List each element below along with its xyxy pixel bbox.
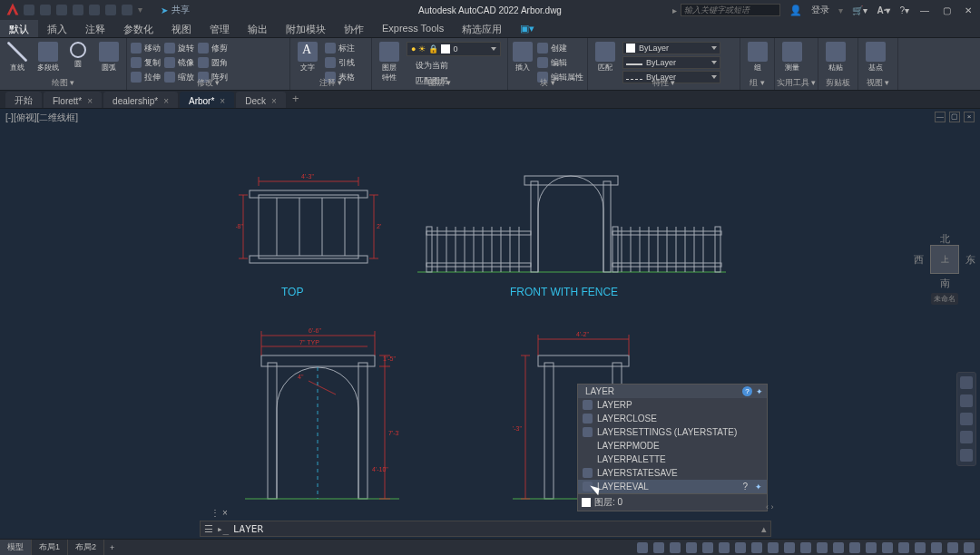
search-input[interactable] xyxy=(681,4,780,16)
viewcube-north[interactable]: 北 xyxy=(940,232,950,246)
help-badge-icon[interactable]: ? xyxy=(742,482,748,492)
line-button[interactable]: 直线 xyxy=(4,40,31,73)
showmotion-icon[interactable] xyxy=(960,449,973,462)
newfile-tab-button[interactable]: + xyxy=(288,92,304,108)
tab-view[interactable]: 视图 xyxy=(162,20,201,37)
tab-manage[interactable]: 管理 xyxy=(201,20,239,37)
status-modelspace-icon[interactable] xyxy=(637,542,648,553)
tab-annotate[interactable]: 注释 xyxy=(76,20,114,37)
status-cleanscreen-icon[interactable] xyxy=(947,542,958,553)
vp-close-icon[interactable]: × xyxy=(964,112,975,122)
color-selector[interactable]: ByLayer xyxy=(622,42,720,54)
vp-max-icon[interactable]: ▢ xyxy=(949,112,960,122)
panel-group-title[interactable]: 组 ▾ xyxy=(740,77,774,89)
tab-addins[interactable]: 附加模块 xyxy=(277,20,335,37)
panel-view-title[interactable]: 视图 ▾ xyxy=(858,77,897,89)
orbit-icon[interactable] xyxy=(960,431,973,443)
arc-button[interactable]: 圆弧 xyxy=(95,40,122,73)
cmd-suggestion-layerclose[interactable]: LAYERCLOSE xyxy=(578,412,767,425)
panel-draw-title[interactable]: 绘图 ▾ xyxy=(0,77,126,89)
move-button[interactable]: 移动 xyxy=(131,42,161,54)
tab-collab[interactable]: 协作 xyxy=(335,20,373,37)
mirror-button[interactable]: 镜像 xyxy=(164,56,194,69)
status-ortho-icon[interactable] xyxy=(686,542,697,553)
status-grid-icon[interactable] xyxy=(653,542,664,553)
cmdline-collapse-icon[interactable]: ⋮ xyxy=(211,508,220,518)
measure-button[interactable]: 测量 xyxy=(779,40,806,73)
qat-plot-icon[interactable] xyxy=(89,5,100,15)
close-icon[interactable]: × xyxy=(163,96,169,106)
zoom-extents-icon[interactable] xyxy=(960,413,973,425)
dimension-button[interactable]: 标注 xyxy=(325,42,355,54)
viewcube-east[interactable]: 东 xyxy=(965,253,975,267)
qat-redo-icon[interactable] xyxy=(122,5,132,15)
panel-clip-title[interactable]: 剪贴板 xyxy=(818,77,858,89)
tab-default[interactable]: 默认 xyxy=(0,20,38,37)
cmd-suggestion-layerpmode[interactable]: LAYERPMODE xyxy=(578,439,767,453)
panel-util-title[interactable]: 实用工具 ▾ xyxy=(775,77,818,89)
status-units-icon[interactable] xyxy=(866,542,877,553)
cmd-suggestion-layerp[interactable]: LAYERP xyxy=(578,398,767,412)
close-icon[interactable]: × xyxy=(220,96,225,106)
status-lwt-icon[interactable] xyxy=(768,542,779,553)
group-button[interactable]: 组 xyxy=(744,40,771,73)
status-transparency-icon[interactable] xyxy=(784,542,795,553)
filetab-start[interactable]: 开始 xyxy=(5,92,42,108)
command-input[interactable] xyxy=(233,523,761,535)
popup-scroll-indicator[interactable]: ‹ › xyxy=(766,502,774,511)
status-lockui-icon[interactable] xyxy=(898,542,909,553)
filetab-dealership[interactable]: dealership*× xyxy=(103,92,178,108)
panel-layers-title[interactable]: 图层 ▾ xyxy=(372,77,507,89)
recent-commands-icon[interactable]: ☰ xyxy=(204,523,217,535)
fillet-button[interactable]: 圆角 xyxy=(198,56,228,69)
filetab-florett[interactable]: Florett*× xyxy=(44,92,102,108)
status-isolate-icon[interactable] xyxy=(915,542,926,553)
qat-undo-icon[interactable] xyxy=(105,5,116,15)
drawing-canvas[interactable]: [-][俯视][二维线框] — ▢ × TOP FRONT WITH FENCE… xyxy=(0,109,980,539)
status-cycling-icon[interactable] xyxy=(800,542,811,553)
cmd-suggestion-layersettings[interactable]: LAYERSETTINGS (LAYERSTATE) xyxy=(578,425,767,439)
viewport-label[interactable]: [-][俯视][二维线框] xyxy=(5,112,78,124)
autodesk-app-icon[interactable]: A·▾ xyxy=(877,5,890,15)
cmdline-caret-icon[interactable]: ▴ xyxy=(761,523,767,535)
cmd-expand-icon[interactable]: ✦ xyxy=(756,387,763,396)
close-button[interactable]: ✕ xyxy=(962,5,975,15)
tab-parametric[interactable]: 参数化 xyxy=(114,20,162,37)
qat-save-icon[interactable] xyxy=(56,5,67,15)
close-icon[interactable]: × xyxy=(271,96,277,106)
status-annoscale-icon[interactable] xyxy=(817,542,828,553)
status-polar-icon[interactable] xyxy=(702,542,713,553)
user-icon[interactable]: 👤 xyxy=(789,5,802,16)
rotate-button[interactable]: 旋转 xyxy=(164,42,194,54)
close-icon[interactable]: × xyxy=(87,96,93,106)
qat-new-icon[interactable] xyxy=(24,5,34,15)
cmd-layer-footer[interactable]: 图层: 0 xyxy=(578,493,767,511)
cmd-suggestion-head[interactable]: LAYER xyxy=(585,386,614,396)
cmd-suggestion-layereval[interactable]: LAYEREVAL?✦ xyxy=(578,480,767,493)
cmd-suggestion-layerpalette[interactable]: LAYERPALETTE xyxy=(578,453,767,466)
minimize-button[interactable]: — xyxy=(918,5,931,15)
status-quickprops-icon[interactable] xyxy=(882,542,893,553)
tab-output[interactable]: 输出 xyxy=(239,20,277,37)
steering-wheel-icon[interactable] xyxy=(960,376,973,389)
laymcur-button[interactable]: 设为当前 xyxy=(416,59,448,72)
status-3dosnap-icon[interactable] xyxy=(735,542,746,553)
command-line[interactable]: ☰ ▸_ ▴ xyxy=(200,521,771,537)
tab-express[interactable]: Express Tools xyxy=(373,20,453,37)
panel-annot-title[interactable]: 注释 ▾ xyxy=(290,77,371,89)
circle-button[interactable]: 圆 xyxy=(65,40,93,73)
cmdline-close-icon[interactable]: × xyxy=(222,508,228,518)
status-snap-icon[interactable] xyxy=(670,542,681,553)
share-button[interactable]: ➤ 共享 xyxy=(161,4,190,16)
filetab-deck[interactable]: Deck× xyxy=(236,92,286,108)
blockcreate-button[interactable]: 创建 xyxy=(537,42,583,54)
login-label[interactable]: 登录 xyxy=(811,4,829,16)
status-workspace-icon[interactable] xyxy=(833,542,844,553)
tab-insert[interactable]: 插入 xyxy=(38,20,76,37)
layer-selector[interactable]: ● ☀ 🔒 0 xyxy=(407,42,501,56)
viewcube-south[interactable]: 南 xyxy=(940,277,950,290)
panel-modify-title[interactable]: 修改 ▾ xyxy=(127,77,289,89)
status-customize-icon[interactable] xyxy=(964,542,975,553)
tab-featured[interactable]: 精选应用 xyxy=(453,20,511,37)
status-annomonitor-icon[interactable] xyxy=(849,542,860,553)
